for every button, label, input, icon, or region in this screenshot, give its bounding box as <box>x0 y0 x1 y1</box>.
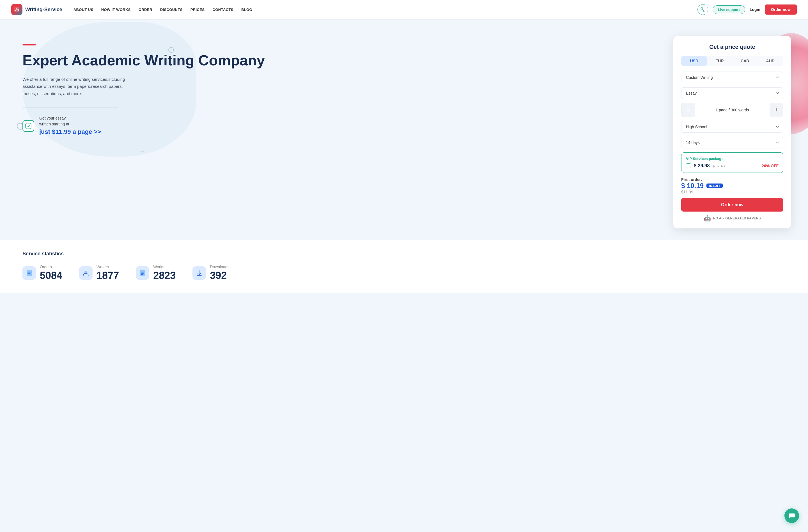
stats-section: Service statistics Orders 5084 <box>0 240 808 293</box>
currency-tabs: USD EUR CAD AUD <box>681 56 783 66</box>
live-support-button[interactable]: Live support <box>713 5 745 14</box>
vip-checkbox[interactable] <box>686 163 691 168</box>
nav-prices[interactable]: PRICES <box>190 7 205 12</box>
hero-divider <box>22 107 118 108</box>
chat-bubble[interactable] <box>785 509 799 523</box>
nav-contacts[interactable]: CONTACTS <box>213 7 234 12</box>
nav-blog[interactable]: BLOG <box>241 7 252 12</box>
pages-row: − 1 page / 300 words + <box>681 103 783 117</box>
writers-text: Writers 1877 <box>96 264 119 281</box>
svg-rect-5 <box>140 270 145 276</box>
works-label: Works <box>153 264 176 269</box>
deadline-select[interactable]: 14 days <box>681 136 783 148</box>
currency-aud[interactable]: AUD <box>758 56 783 66</box>
stat-writers: Writers 1877 <box>79 264 119 281</box>
writers-icon <box>79 266 93 280</box>
downloads-label: Downloads <box>210 264 229 269</box>
pages-increase-button[interactable]: + <box>770 103 783 117</box>
paper-type-select[interactable]: Essay <box>681 87 783 99</box>
works-icon <box>136 266 149 280</box>
vip-original-price: $ 37.48 <box>713 164 725 168</box>
vip-row: $ 29.98 $ 37.48 20% OFF <box>686 163 778 169</box>
hero-title: Expert Academic Writing Company <box>22 52 673 69</box>
vip-title: VIP Services package <box>686 157 778 161</box>
svg-rect-2 <box>25 123 31 129</box>
works-value: 2823 <box>153 270 176 281</box>
first-order-label: First order: <box>681 177 723 182</box>
orders-text: Orders 5084 <box>40 264 62 281</box>
cta-text-block: Get your essay written starting at just … <box>39 115 101 136</box>
currency-cad[interactable]: CAD <box>732 56 758 66</box>
stats-row: Orders 5084 Writers 1877 <box>22 264 786 281</box>
vip-services-box: VIP Services package $ 29.98 $ 37.48 20%… <box>681 152 783 173</box>
pages-decrease-button[interactable]: − <box>681 103 695 117</box>
first-order-price-row: $ 10.19 15%OFF <box>681 182 723 190</box>
vip-price: $ 29.98 <box>694 163 710 169</box>
nav-right: Live support Login Order now <box>697 4 797 15</box>
currency-eur[interactable]: EUR <box>707 56 733 66</box>
nav-discounts[interactable]: DISCOUNTS <box>160 7 183 12</box>
logo-icon <box>11 4 22 15</box>
hero-section: + Expert Academic Writing Company We off… <box>0 19 808 240</box>
nav-links: ABOUT US HOW IT WORKS ORDER DISCOUNTS PR… <box>74 7 697 12</box>
discount-badge: 15%OFF <box>706 184 723 188</box>
academic-level-select[interactable]: High School <box>681 121 783 133</box>
svg-point-1 <box>15 7 16 9</box>
cta-text-line2: written starting at <box>39 121 101 127</box>
downloads-value: 392 <box>210 270 229 281</box>
cta-text-line1: Get your essay <box>39 115 101 121</box>
downloads-text: Downloads 392 <box>210 264 229 281</box>
hero-cta-row: Get your essay written starting at just … <box>22 115 673 136</box>
pages-label: 1 page / 300 words <box>695 108 770 112</box>
orders-icon <box>22 266 36 280</box>
order-now-button[interactable]: Order now <box>681 198 783 212</box>
decorative-plus-1: + <box>140 148 144 155</box>
stat-downloads: Downloads 392 <box>192 264 229 281</box>
writers-value: 1877 <box>96 270 119 281</box>
hero-description: We offer a full range of online writing … <box>22 76 135 97</box>
no-ai-row: 🤖 NO AI - GENERATED PAPERS <box>681 215 783 222</box>
first-order-left: First order: $ 10.19 15%OFF $11.99 <box>681 177 723 194</box>
orders-value: 5084 <box>40 270 62 281</box>
currency-usd[interactable]: USD <box>681 56 707 66</box>
first-order-price: $ 10.19 <box>681 182 704 190</box>
nav-about[interactable]: ABOUT US <box>74 7 93 12</box>
logo-text: Writing-Service <box>25 7 62 13</box>
no-ai-text: NO AI - GENERATED PAPERS <box>713 216 761 220</box>
stats-title: Service statistics <box>22 251 786 257</box>
service-type-select[interactable]: Custom Writing <box>681 72 783 83</box>
no-ai-icon: 🤖 <box>704 215 711 222</box>
works-text: Works 2823 <box>153 264 176 281</box>
logo[interactable]: Writing-Service <box>11 4 62 15</box>
hero-left: Expert Academic Writing Company We offer… <box>22 36 673 136</box>
cta-icon-box <box>22 120 34 132</box>
order-now-nav-button[interactable]: Order now <box>765 4 797 15</box>
nav-order[interactable]: ORDER <box>139 7 152 12</box>
first-order-row: First order: $ 10.19 15%OFF $11.99 <box>681 177 783 194</box>
orders-label: Orders <box>40 264 62 269</box>
stat-orders: Orders 5084 <box>22 264 62 281</box>
nav-how-it-works[interactable]: HOW IT WORKS <box>101 7 131 12</box>
vip-discount-badge: 20% OFF <box>762 164 778 168</box>
svg-rect-3 <box>27 270 32 276</box>
price-card-title: Get a price quote <box>681 44 783 50</box>
writers-label: Writers <box>96 264 119 269</box>
navbar: Writing-Service ABOUT US HOW IT WORKS OR… <box>0 0 808 19</box>
price-quote-card: Get a price quote USD EUR CAD AUD Custom… <box>673 36 791 228</box>
stat-works: Works 2823 <box>136 264 176 281</box>
accent-line <box>22 44 36 45</box>
login-button[interactable]: Login <box>750 7 760 12</box>
phone-button[interactable] <box>697 4 708 15</box>
cta-price-link[interactable]: just $11.99 a page >> <box>39 127 101 136</box>
first-order-original: $11.99 <box>681 190 723 194</box>
downloads-icon <box>192 266 206 280</box>
